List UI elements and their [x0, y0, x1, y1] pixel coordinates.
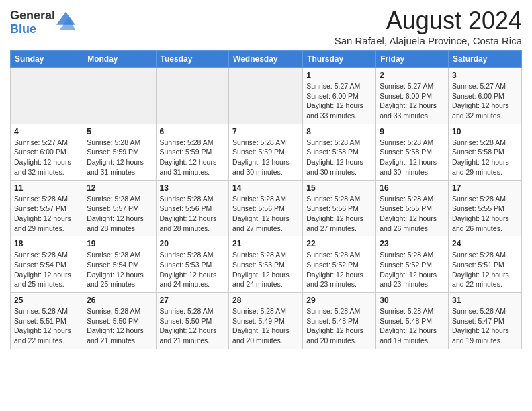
day-number: 25: [14, 295, 79, 305]
day-info: Sunrise: 5:28 AM Sunset: 5:57 PM Dayligh…: [87, 194, 152, 234]
calendar-cell: 25Sunrise: 5:28 AM Sunset: 5:51 PM Dayli…: [11, 293, 83, 349]
calendar-cell: 28Sunrise: 5:28 AM Sunset: 5:49 PM Dayli…: [229, 293, 303, 349]
calendar-week-row: 18Sunrise: 5:28 AM Sunset: 5:54 PM Dayli…: [11, 236, 522, 293]
day-info: Sunrise: 5:28 AM Sunset: 5:59 PM Dayligh…: [160, 138, 226, 177]
calendar-cell: 23Sunrise: 5:28 AM Sunset: 5:52 PM Dayli…: [376, 236, 449, 293]
calendar-cell: 6Sunrise: 5:28 AM Sunset: 5:59 PM Daylig…: [156, 124, 229, 180]
calendar-cell: 30Sunrise: 5:28 AM Sunset: 5:48 PM Dayli…: [376, 293, 449, 349]
calendar-cell: 21Sunrise: 5:28 AM Sunset: 5:53 PM Dayli…: [229, 236, 303, 293]
calendar-cell: [156, 68, 229, 124]
calendar-header-row: SundayMondayTuesdayWednesdayThursdayFrid…: [11, 51, 522, 68]
day-info: Sunrise: 5:28 AM Sunset: 5:49 PM Dayligh…: [232, 306, 299, 346]
day-info: Sunrise: 5:28 AM Sunset: 5:50 PM Dayligh…: [160, 306, 226, 346]
day-info: Sunrise: 5:28 AM Sunset: 5:47 PM Dayligh…: [452, 306, 518, 346]
month-year-title: August 2024: [335, 7, 522, 35]
day-number: 21: [232, 239, 299, 248]
day-number: 9: [380, 127, 445, 136]
page-header: General Blue August 2024 San Rafael, Ala…: [10, 7, 522, 46]
day-number: 28: [232, 295, 299, 305]
weekday-header: Thursday: [303, 51, 376, 68]
day-info: Sunrise: 5:28 AM Sunset: 5:56 PM Dayligh…: [160, 194, 226, 234]
day-info: Sunrise: 5:28 AM Sunset: 5:58 PM Dayligh…: [306, 138, 372, 177]
calendar-cell: 20Sunrise: 5:28 AM Sunset: 5:53 PM Dayli…: [156, 236, 229, 293]
weekday-header: Wednesday: [229, 51, 303, 68]
day-number: 7: [232, 127, 299, 136]
day-number: 4: [14, 127, 79, 136]
weekday-header: Friday: [376, 51, 449, 68]
calendar-week-row: 25Sunrise: 5:28 AM Sunset: 5:51 PM Dayli…: [11, 293, 522, 349]
day-number: 24: [452, 239, 518, 248]
location-subtitle: San Rafael, Alajuela Province, Costa Ric…: [335, 35, 522, 46]
calendar-week-row: 11Sunrise: 5:28 AM Sunset: 5:57 PM Dayli…: [11, 180, 522, 236]
day-number: 26: [87, 295, 152, 305]
day-number: 29: [306, 295, 372, 305]
day-number: 20: [160, 239, 226, 248]
calendar-week-row: 4Sunrise: 5:27 AM Sunset: 6:00 PM Daylig…: [11, 124, 522, 180]
day-info: Sunrise: 5:28 AM Sunset: 5:48 PM Dayligh…: [306, 306, 372, 346]
day-info: Sunrise: 5:28 AM Sunset: 5:51 PM Dayligh…: [452, 250, 518, 289]
logo: General Blue: [10, 9, 75, 36]
day-number: 14: [232, 183, 299, 193]
day-number: 15: [306, 183, 372, 193]
calendar-cell: 2Sunrise: 5:27 AM Sunset: 6:00 PM Daylig…: [376, 68, 449, 124]
day-info: Sunrise: 5:28 AM Sunset: 5:54 PM Dayligh…: [87, 250, 152, 289]
day-info: Sunrise: 5:27 AM Sunset: 6:00 PM Dayligh…: [306, 81, 372, 121]
day-number: 11: [14, 183, 79, 193]
day-info: Sunrise: 5:28 AM Sunset: 5:56 PM Dayligh…: [232, 194, 299, 234]
day-info: Sunrise: 5:28 AM Sunset: 5:48 PM Dayligh…: [380, 306, 445, 346]
day-info: Sunrise: 5:27 AM Sunset: 6:00 PM Dayligh…: [380, 81, 445, 121]
day-number: 27: [160, 295, 226, 305]
day-number: 8: [306, 127, 372, 136]
calendar-cell: [229, 68, 303, 124]
day-number: 22: [306, 239, 372, 248]
day-info: Sunrise: 5:28 AM Sunset: 5:58 PM Dayligh…: [380, 138, 445, 177]
day-number: 23: [380, 239, 445, 248]
calendar-cell: 1Sunrise: 5:27 AM Sunset: 6:00 PM Daylig…: [303, 68, 376, 124]
day-number: 6: [160, 127, 226, 136]
calendar-cell: 4Sunrise: 5:27 AM Sunset: 6:00 PM Daylig…: [11, 124, 83, 180]
day-number: 10: [452, 127, 518, 136]
calendar-cell: 14Sunrise: 5:28 AM Sunset: 5:56 PM Dayli…: [229, 180, 303, 236]
weekday-header: Sunday: [11, 51, 83, 68]
day-number: 2: [380, 71, 445, 80]
calendar-cell: [11, 68, 83, 124]
calendar-cell: 12Sunrise: 5:28 AM Sunset: 5:57 PM Dayli…: [83, 180, 156, 236]
day-info: Sunrise: 5:28 AM Sunset: 5:59 PM Dayligh…: [87, 138, 152, 177]
weekday-header: Monday: [83, 51, 156, 68]
day-number: 12: [87, 183, 152, 193]
weekday-header: Saturday: [449, 51, 522, 68]
day-info: Sunrise: 5:28 AM Sunset: 5:52 PM Dayligh…: [380, 250, 445, 289]
calendar-cell: 24Sunrise: 5:28 AM Sunset: 5:51 PM Dayli…: [449, 236, 522, 293]
calendar-cell: 5Sunrise: 5:28 AM Sunset: 5:59 PM Daylig…: [83, 124, 156, 180]
day-info: Sunrise: 5:28 AM Sunset: 5:57 PM Dayligh…: [14, 194, 79, 234]
title-block: August 2024 San Rafael, Alajuela Provinc…: [335, 7, 522, 46]
calendar-cell: 11Sunrise: 5:28 AM Sunset: 5:57 PM Dayli…: [11, 180, 83, 236]
day-info: Sunrise: 5:27 AM Sunset: 6:00 PM Dayligh…: [14, 138, 79, 177]
calendar-cell: 7Sunrise: 5:28 AM Sunset: 5:59 PM Daylig…: [229, 124, 303, 180]
calendar-cell: [83, 68, 156, 124]
day-info: Sunrise: 5:28 AM Sunset: 5:55 PM Dayligh…: [452, 194, 518, 234]
calendar-cell: 3Sunrise: 5:27 AM Sunset: 6:00 PM Daylig…: [449, 68, 522, 124]
day-info: Sunrise: 5:27 AM Sunset: 6:00 PM Dayligh…: [452, 81, 518, 121]
day-number: 17: [452, 183, 518, 193]
day-number: 31: [452, 295, 518, 305]
calendar-cell: 31Sunrise: 5:28 AM Sunset: 5:47 PM Dayli…: [449, 293, 522, 349]
calendar-cell: 18Sunrise: 5:28 AM Sunset: 5:54 PM Dayli…: [11, 236, 83, 293]
calendar-cell: 8Sunrise: 5:28 AM Sunset: 5:58 PM Daylig…: [303, 124, 376, 180]
calendar-table: SundayMondayTuesdayWednesdayThursdayFrid…: [10, 50, 522, 349]
calendar-cell: 27Sunrise: 5:28 AM Sunset: 5:50 PM Dayli…: [156, 293, 229, 349]
logo-icon: [56, 12, 75, 31]
day-number: 5: [87, 127, 152, 136]
day-info: Sunrise: 5:28 AM Sunset: 5:52 PM Dayligh…: [306, 250, 372, 289]
calendar-cell: 9Sunrise: 5:28 AM Sunset: 5:58 PM Daylig…: [376, 124, 449, 180]
calendar-cell: 16Sunrise: 5:28 AM Sunset: 5:55 PM Dayli…: [376, 180, 449, 236]
day-number: 19: [87, 239, 152, 248]
logo-blue-text: Blue: [10, 23, 55, 36]
calendar-cell: 29Sunrise: 5:28 AM Sunset: 5:48 PM Dayli…: [303, 293, 376, 349]
day-number: 3: [452, 71, 518, 80]
day-info: Sunrise: 5:28 AM Sunset: 5:58 PM Dayligh…: [452, 138, 518, 177]
day-info: Sunrise: 5:28 AM Sunset: 5:51 PM Dayligh…: [14, 306, 79, 346]
day-info: Sunrise: 5:28 AM Sunset: 5:53 PM Dayligh…: [160, 250, 226, 289]
calendar-week-row: 1Sunrise: 5:27 AM Sunset: 6:00 PM Daylig…: [11, 68, 522, 124]
calendar-cell: 15Sunrise: 5:28 AM Sunset: 5:56 PM Dayli…: [303, 180, 376, 236]
